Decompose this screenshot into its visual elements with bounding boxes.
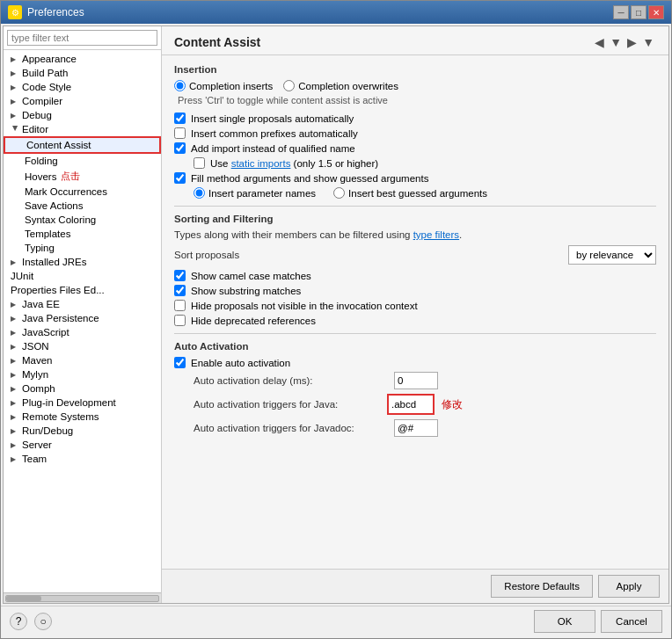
content-area: ▶ Appearance ▶ Build Path ▶ Code Style ▶… [3, 25, 669, 604]
arrow-icon: ▶ [11, 343, 19, 351]
title-bar-left: ⚙ Preferences [8, 5, 84, 19]
use-static-imports-checkbox[interactable] [194, 157, 205, 169]
add-import-checkbox[interactable] [174, 142, 186, 154]
close-button[interactable]: ✕ [648, 5, 664, 19]
sidebar-item-compiler[interactable]: ▶ Compiler [4, 94, 161, 108]
sidebar-item-label: JavaScript [22, 327, 69, 338]
common-prefixes-label: Insert common prefixes automatically [191, 128, 358, 139]
enable-auto-row: Enable auto activation [174, 357, 656, 368]
sidebar-item-plugin-development[interactable]: ▶ Plug-in Development [4, 396, 161, 410]
window-icon: ⚙ [8, 5, 22, 19]
completion-inserts-radio[interactable] [174, 80, 186, 91]
completion-mode-row: Completion inserts Completion overwrites [174, 80, 656, 91]
java-triggers-input[interactable] [389, 396, 433, 413]
sidebar-item-label: Typing [25, 243, 55, 253]
sidebar-item-label: Remote Systems [22, 411, 99, 422]
sidebar-item-server[interactable]: ▶ Server [4, 438, 161, 452]
sidebar-item-typing[interactable]: Typing [4, 241, 161, 255]
sidebar-item-templates[interactable]: Templates [4, 227, 161, 241]
sidebar-item-editor[interactable]: ▶ Editor [4, 122, 161, 136]
sidebar-item-save-actions[interactable]: Save Actions [4, 199, 161, 213]
delay-input[interactable] [394, 372, 438, 389]
sidebar-item-properties-files[interactable]: Properties Files Ed... [4, 283, 161, 297]
java-triggers-container: Auto activation triggers for Java: 修改 [174, 394, 656, 415]
substring-checkbox[interactable] [174, 285, 186, 296]
sorting-section-label: Sorting and Filtering [174, 214, 656, 224]
sidebar-item-folding[interactable]: Folding [4, 154, 161, 168]
sidebar-item-run-debug[interactable]: ▶ Run/Debug [4, 424, 161, 438]
sidebar-item-junit[interactable]: JUnit [4, 269, 161, 283]
static-imports-link[interactable]: static imports [231, 158, 291, 169]
insert-param-label: Insert parameter names [208, 188, 316, 199]
insert-param-radio[interactable] [194, 187, 205, 199]
hide-deprecated-checkbox[interactable] [174, 315, 186, 326]
javadoc-triggers-input[interactable] [394, 419, 438, 437]
sidebar-item-appearance[interactable]: ▶ Appearance [4, 52, 161, 66]
scrollbar-thumb[interactable] [6, 596, 41, 601]
ctrl-hint: Press 'Ctrl' to toggle while content ass… [174, 95, 656, 105]
sidebar-item-java-persistence[interactable]: ▶ Java Persistence [4, 311, 161, 325]
camel-case-checkbox[interactable] [174, 270, 186, 281]
sidebar-item-debug[interactable]: ▶ Debug [4, 108, 161, 122]
sidebar-item-label: Properties Files Ed... [11, 285, 105, 295]
sidebar-item-content-assist[interactable]: Content Assist [4, 136, 161, 154]
sidebar-item-label: Java Persistence [22, 313, 99, 323]
common-prefixes-checkbox[interactable] [174, 127, 186, 139]
cancel-button[interactable]: Cancel [601, 610, 662, 633]
single-proposals-label: Insert single proposals automatically [191, 113, 354, 124]
sidebar-item-javascript[interactable]: ▶ JavaScript [4, 325, 161, 339]
sidebar-item-syntax-coloring[interactable]: Syntax Coloring [4, 213, 161, 227]
ok-button[interactable]: OK [534, 610, 595, 633]
sidebar-item-mark-occurrences[interactable]: Mark Occurrences [4, 185, 161, 199]
filter-input[interactable] [7, 30, 157, 46]
completion-overwrites-radio[interactable] [283, 80, 295, 91]
panel-content: Insertion Completion inserts Completion … [162, 55, 668, 569]
sidebar-item-oomph[interactable]: ▶ Oomph [4, 381, 161, 396]
tree-area: ▶ Appearance ▶ Build Path ▶ Code Style ▶… [4, 50, 161, 592]
preferences-window: ⚙ Preferences ─ □ ✕ ▶ Appearance ▶ [0, 0, 672, 639]
nav-forward-button[interactable]: ▶ [625, 33, 639, 51]
insert-best-radio[interactable] [333, 187, 345, 199]
sidebar-item-label: Java EE [22, 299, 60, 309]
nav-back-button[interactable]: ◀ [593, 33, 606, 51]
nav-forward-dropdown-button[interactable]: ▼ [640, 33, 656, 51]
sidebar-item-maven[interactable]: ▶ Maven [4, 353, 161, 367]
single-proposals-checkbox[interactable] [174, 113, 186, 124]
footer-buttons: OK Cancel [534, 610, 662, 633]
help-icon[interactable]: ? [10, 613, 27, 630]
restore-defaults-button[interactable]: Restore Defaults [491, 575, 593, 598]
arrow-icon: ▶ [11, 441, 19, 449]
arrow-icon: ▶ [11, 258, 19, 266]
insert-param-radio-item: Insert parameter names [194, 187, 316, 199]
sidebar-item-label: Folding [25, 156, 58, 166]
sidebar-item-label: Hovers [25, 171, 56, 182]
fill-method-checkbox[interactable] [174, 172, 186, 184]
sort-proposals-label: Sort proposals [174, 250, 239, 260]
type-filters-link[interactable]: type filters [413, 229, 459, 240]
sort-select[interactable]: by relevance alphabetically [568, 245, 656, 265]
maximize-button[interactable]: □ [631, 5, 646, 19]
sidebar-item-mylyn[interactable]: ▶ Mylyn [4, 367, 161, 381]
sidebar-item-code-style[interactable]: ▶ Code Style [4, 80, 161, 94]
enable-auto-checkbox[interactable] [174, 357, 186, 368]
sidebar-item-java-ee[interactable]: ▶ Java EE [4, 297, 161, 311]
completion-overwrites-option[interactable]: Completion overwrites [283, 80, 398, 91]
nav-dropdown-button[interactable]: ▼ [608, 33, 624, 51]
completion-inserts-option[interactable]: Completion inserts [174, 80, 273, 91]
apply-button[interactable]: Apply [598, 575, 660, 598]
sidebar-item-hovers[interactable]: Hovers 点击 [4, 168, 161, 185]
arrow-icon: ▶ [11, 84, 19, 91]
sidebar-item-build-path[interactable]: ▶ Build Path [4, 66, 161, 80]
hide-not-visible-checkbox[interactable] [174, 300, 186, 311]
scrollbar-track[interactable] [5, 595, 159, 602]
sidebar-item-installed-jres[interactable]: ▶ Installed JREs [4, 255, 161, 269]
minimize-button[interactable]: ─ [613, 5, 629, 19]
info-icon[interactable]: ○ [34, 613, 52, 630]
sidebar-item-remote-systems[interactable]: ▶ Remote Systems [4, 410, 161, 424]
common-prefixes-row: Insert common prefixes automatically [174, 127, 656, 139]
insert-param-names-row: Insert parameter names Insert best guess… [174, 187, 656, 199]
sidebar-item-team[interactable]: ▶ Team [4, 452, 161, 466]
sidebar-item-label: Installed JREs [22, 257, 87, 267]
sidebar-item-json[interactable]: ▶ JSON [4, 339, 161, 353]
arrow-icon: ▶ [11, 385, 19, 393]
